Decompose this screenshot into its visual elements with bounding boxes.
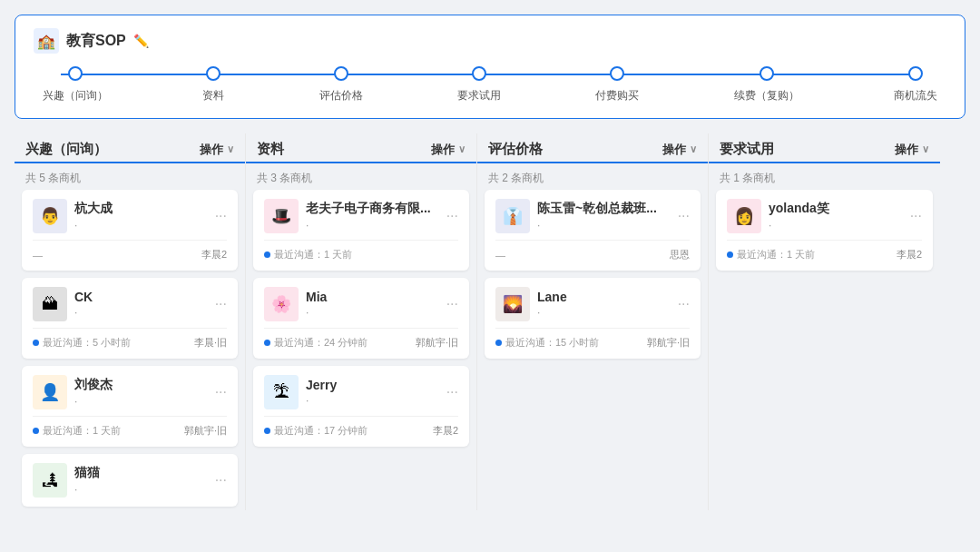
card-top: 🏔 CK · ··· — [33, 287, 227, 321]
dot-indicator — [33, 428, 39, 434]
card-pingjia-0[interactable]: 👔 陈玉雷~乾创总裁班... · ··· — 思恩 — [485, 190, 701, 271]
card-divider — [33, 416, 227, 417]
ops-chevron-icon: ∨ — [922, 143, 929, 155]
card-xingqu-2[interactable]: 👤 刘俊杰 · ··· 最近沟通：1 天前 郭航宇·旧 — [22, 366, 238, 447]
stage-item-5[interactable]: 续费（复购） — [734, 66, 799, 104]
stage-dot — [472, 66, 486, 81]
card-name: Jerry — [306, 378, 439, 392]
stages-row: 兴趣（问询） 资料 评估价格 要求试用 付费购买 续费（复购） 商机流失 — [43, 66, 937, 104]
column-title-text: 评估价格 — [488, 141, 543, 158]
card-list-pingjia: 👔 陈玉雷~乾创总裁班... · ··· — 思恩 — [477, 186, 708, 362]
card-xingqu-1[interactable]: 🏔 CK · ··· 最近沟通：5 小时前 李晨·旧 — [22, 278, 238, 359]
card-divider — [33, 328, 227, 329]
avatar: 👤 — [33, 375, 67, 409]
card-info: Lane · — [537, 290, 671, 319]
page-wrapper: 🏫 教育SOP ✏️ 兴趣（问询） 资料 评估价格 要求试用 付费购买 续费（复… — [0, 0, 980, 552]
card-info: 刘俊杰 · — [74, 377, 208, 408]
card-sub: · — [306, 219, 439, 232]
card-divider — [264, 416, 458, 417]
card-menu-icon[interactable]: ··· — [446, 384, 458, 400]
assignee-tag: 郭航宇·旧 — [416, 336, 458, 350]
stage-dot — [334, 66, 348, 81]
dot-indicator — [33, 340, 39, 346]
card-sub: · — [74, 395, 208, 408]
column-ops-button[interactable]: 操作 ∨ — [895, 142, 929, 158]
card-sub: · — [74, 306, 208, 319]
avatar: 🏝 — [264, 375, 299, 409]
ops-chevron-icon: ∨ — [690, 143, 697, 155]
column-title-text: 兴趣（问询） — [25, 141, 107, 158]
card-footer-left: 最近沟通：1 天前 — [33, 424, 121, 438]
card-sub: · — [306, 394, 439, 407]
card-list-xingqu: 👨 杭大成 · ··· — 李晨2 — [15, 186, 245, 510]
card-menu-icon[interactable]: ··· — [215, 472, 227, 488]
kanban-column-xingqu: 兴趣（问询） 操作 ∨ 共 5 条商机 👨 杭大成 · ··· — [15, 133, 246, 510]
edit-icon[interactable]: ✏️ — [133, 34, 149, 48]
card-footer: — 李晨2 — [33, 248, 227, 261]
card-menu-icon[interactable]: ··· — [215, 384, 227, 400]
ops-chevron-icon: ∨ — [227, 143, 234, 155]
card-sub: · — [74, 483, 208, 496]
stage-item-4[interactable]: 付费购买 — [595, 66, 639, 104]
card-sub: · — [306, 306, 439, 319]
card-list-shiyong: 👩 yolanda笑 · ··· 最近沟通：1 天前 李晨2 — [709, 186, 940, 274]
assignee-tag: 郭航宇·旧 — [184, 424, 227, 438]
card-ziliao-1[interactable]: 🌸 Mia · ··· 最近沟通：24 分钟前 郭航宇·旧 — [253, 278, 469, 359]
card-footer-left: — — [33, 250, 43, 261]
assignee-tag: 郭航宇·旧 — [647, 336, 690, 350]
card-menu-icon[interactable]: ··· — [678, 296, 690, 312]
stage-item-2[interactable]: 评估价格 — [319, 66, 363, 104]
card-footer: 最近沟通：24 分钟前 郭航宇·旧 — [264, 336, 458, 350]
stage-dot — [908, 66, 923, 81]
card-footer-left: 最近沟通：17 分钟前 — [264, 424, 368, 438]
card-menu-icon[interactable]: ··· — [910, 208, 922, 224]
card-sub: · — [537, 219, 671, 232]
card-menu-icon[interactable]: ··· — [215, 296, 227, 312]
card-list-ziliao: 🎩 老夫子电子商务有限... · ··· 最近沟通：1 天前 — [246, 186, 476, 450]
stage-label: 付费购买 — [595, 88, 639, 104]
stage-item-3[interactable]: 要求试用 — [457, 66, 501, 104]
card-menu-icon[interactable]: ··· — [446, 296, 458, 312]
pipeline-icon: 🏫 — [34, 28, 59, 54]
avatar: 👨 — [33, 199, 67, 233]
card-shiyong-0[interactable]: 👩 yolanda笑 · ··· 最近沟通：1 天前 李晨2 — [716, 190, 933, 271]
card-last-contact: 最近沟通：1 天前 — [274, 248, 352, 261]
stage-item-0[interactable]: 兴趣（问询） — [43, 66, 108, 104]
card-xingqu-0[interactable]: 👨 杭大成 · ··· — 李晨2 — [22, 190, 238, 271]
dot-indicator — [495, 340, 502, 346]
assignee-tag: 李晨·旧 — [194, 336, 227, 350]
card-xingqu-3[interactable]: 🏞 猫猫 · ··· — [22, 454, 238, 507]
pipeline-title-row: 🏫 教育SOP ✏️ — [34, 28, 946, 54]
card-menu-icon[interactable]: ··· — [215, 208, 227, 224]
card-ziliao-2[interactable]: 🏝 Jerry · ··· 最近沟通：17 分钟前 李晨2 — [253, 366, 469, 447]
dot-indicator — [264, 428, 270, 434]
card-info: 杭大成 · — [74, 201, 208, 232]
column-ops-button[interactable]: 操作 ∨ — [662, 142, 697, 158]
card-footer-left: 最近沟通：1 天前 — [727, 248, 815, 261]
column-title: 资料 操作 ∨ — [257, 141, 466, 158]
card-menu-icon[interactable]: ··· — [446, 208, 458, 224]
card-last-contact: 最近沟通：5 小时前 — [43, 336, 131, 350]
stage-dot — [610, 66, 624, 81]
card-top: 🏞 猫猫 · ··· — [33, 463, 227, 498]
card-footer: 最近沟通：1 天前 郭航宇·旧 — [33, 424, 227, 438]
column-title-text: 要求试用 — [720, 141, 774, 158]
card-pingjia-1[interactable]: 🌄 Lane · ··· 最近沟通：15 小时前 郭航宇·旧 — [485, 278, 701, 359]
column-ops-button[interactable]: 操作 ∨ — [200, 142, 234, 158]
card-menu-icon[interactable]: ··· — [678, 208, 690, 224]
column-ops-button[interactable]: 操作 ∨ — [431, 142, 466, 158]
card-info: 猫猫 · — [74, 465, 208, 496]
card-ziliao-0[interactable]: 🎩 老夫子电子商务有限... · ··· 最近沟通：1 天前 — [253, 190, 469, 271]
card-footer: — 思恩 — [495, 248, 690, 261]
assignee-tag: 李晨2 — [201, 248, 227, 261]
column-title: 要求试用 操作 ∨ — [720, 141, 929, 158]
card-last-contact: 最近沟通：15 小时前 — [505, 336, 599, 350]
card-top: 🏝 Jerry · ··· — [264, 375, 458, 409]
kanban-column-shiyong: 要求试用 操作 ∨ 共 1 条商机 👩 yolanda笑 · ··· — [709, 133, 940, 510]
card-footer: 最近沟通：1 天前 — [264, 248, 458, 261]
card-last-contact: 最近沟通：1 天前 — [737, 248, 815, 261]
stage-label: 要求试用 — [457, 88, 501, 104]
stage-item-1[interactable]: 资料 — [202, 66, 224, 104]
column-header: 评估价格 操作 ∨ — [477, 133, 708, 163]
stage-item-6[interactable]: 商机流失 — [894, 66, 937, 104]
